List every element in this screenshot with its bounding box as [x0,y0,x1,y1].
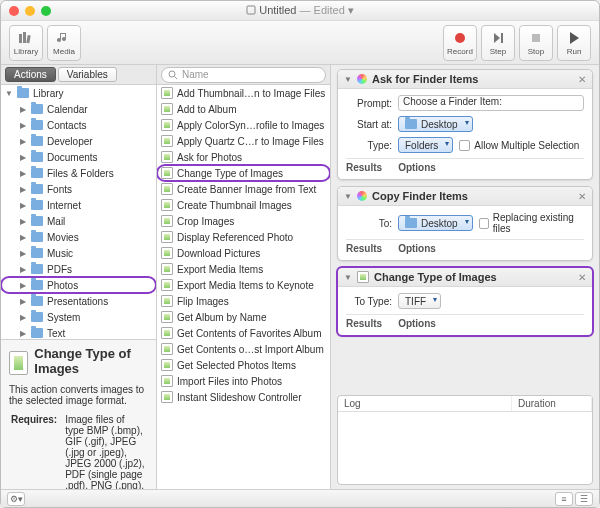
photo-icon [161,327,173,339]
actions-list[interactable]: Add Thumbnail…n to Image FilesAdd to Alb… [157,85,330,489]
gear-menu[interactable]: ⚙︎▾ [7,492,25,506]
folder-icon [31,312,43,322]
results-tab[interactable]: Results [346,243,382,254]
library-item[interactable]: ▶Fonts [1,181,156,197]
workflow-step-change-type[interactable]: ▼ Change Type of Images ✕ To Type: TIFF … [337,267,593,336]
photo-icon [357,271,369,283]
window-edited: — Edited [300,4,345,16]
action-item[interactable]: Instant Slideshow Controller [157,389,330,405]
workflow-canvas[interactable]: ▼ Ask for Finder Items ✕ Prompt: Choose … [331,65,599,395]
search-icon [168,70,178,80]
action-item[interactable]: Display Referenced Photo [157,229,330,245]
library-item[interactable]: ▶System [1,309,156,325]
options-tab[interactable]: Options [398,318,436,329]
folder-icon [31,104,43,114]
folder-icon [31,136,43,146]
workflow-step-copy-finder[interactable]: ▼ Copy Finder Items ✕ To: Desktop Replac… [337,186,593,261]
workflow-step-ask-finder[interactable]: ▼ Ask for Finder Items ✕ Prompt: Choose … [337,69,593,180]
library-item[interactable]: ▶Calendar [1,101,156,117]
svg-point-7 [169,71,175,77]
action-item[interactable]: Change Type of Images [157,165,330,181]
replace-checkbox[interactable]: Replacing existing files [479,212,584,234]
action-item[interactable]: Get Selected Photos Items [157,357,330,373]
titlebar: Untitled — Edited ▾ [1,1,599,21]
disclosure-icon[interactable]: ▼ [344,273,352,282]
photo-icon [161,391,173,403]
action-item[interactable]: Apply Quartz C…r to Image Files [157,133,330,149]
action-item[interactable]: Flip Images [157,293,330,309]
action-item[interactable]: Import Files into Photos [157,373,330,389]
action-item[interactable]: Export Media Items [157,261,330,277]
start-at-popup[interactable]: Desktop [398,116,473,132]
photo-icon [161,247,173,259]
folder-icon [405,218,417,228]
folder-icon [31,264,43,274]
tab-actions[interactable]: Actions [5,67,56,82]
desc-title: Change Type of Images [34,346,148,376]
results-tab[interactable]: Results [346,318,382,329]
folder-icon [31,152,43,162]
action-item[interactable]: Get Album by Name [157,309,330,325]
action-item[interactable]: Add Thumbnail…n to Image Files [157,85,330,101]
run-button[interactable]: Run [557,25,591,61]
action-item[interactable]: Download Pictures [157,245,330,261]
log-column-header[interactable]: Log [338,396,512,411]
library-item[interactable]: ▶Documents [1,149,156,165]
library-item[interactable]: ▶Music [1,245,156,261]
options-tab[interactable]: Options [398,243,436,254]
library-tree[interactable]: ▼Library▶Calendar▶Contacts▶Developer▶Doc… [1,85,156,339]
toolbar: Library Media Record Step Stop Run [1,21,599,65]
folder-icon [31,248,43,258]
library-item[interactable]: ▶Presentations [1,293,156,309]
to-popup[interactable]: Desktop [398,215,473,231]
action-item[interactable]: Get Contents of Favorites Album [157,325,330,341]
play-icon [566,30,582,46]
record-button[interactable]: Record [443,25,477,61]
photo-icon [161,295,173,307]
results-tab[interactable]: Results [346,162,382,173]
disclosure-icon[interactable]: ▼ [344,192,352,201]
action-item[interactable]: Ask for Photos [157,149,330,165]
options-tab[interactable]: Options [398,162,436,173]
library-item[interactable]: ▶Mail [1,213,156,229]
close-icon[interactable]: ✕ [578,74,586,85]
svg-rect-3 [26,34,30,42]
library-item[interactable]: ▶Developer [1,133,156,149]
view-log-button[interactable]: ☰ [575,492,593,506]
photo-icon [161,199,173,211]
action-item[interactable]: Get Contents o…st Import Album [157,341,330,357]
record-icon [452,30,468,46]
action-item[interactable]: Crop Images [157,213,330,229]
action-item[interactable]: Export Media Items to Keynote [157,277,330,293]
library-item[interactable]: ▶PDFs [1,261,156,277]
prompt-input[interactable]: Choose a Finder Item: [398,95,584,111]
library-item[interactable]: ▶Internet [1,197,156,213]
close-icon[interactable]: ✕ [578,191,586,202]
photo-icon [161,167,173,179]
duration-column-header[interactable]: Duration [512,396,592,411]
action-item[interactable]: Add to Album [157,101,330,117]
step-button[interactable]: Step [481,25,515,61]
action-item[interactable]: Create Banner Image from Text [157,181,330,197]
library-button[interactable]: Library [9,25,43,61]
action-item[interactable]: Create Thumbnail Images [157,197,330,213]
step-icon [490,30,506,46]
folder-icon [31,120,43,130]
library-item[interactable]: ▶Files & Folders [1,165,156,181]
allow-multiple-checkbox[interactable]: Allow Multiple Selection [459,140,579,151]
stop-button[interactable]: Stop [519,25,553,61]
library-item[interactable]: ▶Contacts [1,117,156,133]
view-flow-button[interactable]: ≡ [555,492,573,506]
tab-variables[interactable]: Variables [58,67,117,82]
action-item[interactable]: Apply ColorSyn…rofile to Images [157,117,330,133]
library-item[interactable]: ▶Photos [1,277,156,293]
to-type-popup[interactable]: TIFF [398,293,441,309]
library-item[interactable]: ▶Movies [1,229,156,245]
media-button[interactable]: Media [47,25,81,61]
close-icon[interactable]: ✕ [578,272,586,283]
library-root[interactable]: ▼Library [1,85,156,101]
type-popup[interactable]: Folders [398,137,453,153]
disclosure-icon[interactable]: ▼ [344,75,352,84]
library-item[interactable]: ▶Text [1,325,156,339]
search-input[interactable]: Name [161,67,326,83]
